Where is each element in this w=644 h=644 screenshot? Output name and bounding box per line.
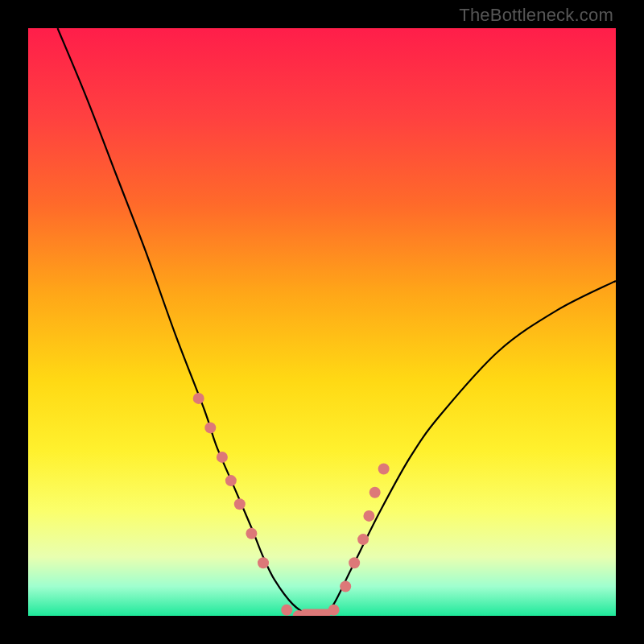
marker-point [246, 528, 257, 539]
highlight-markers [193, 393, 390, 616]
plot-area [28, 28, 616, 616]
marker-point [225, 475, 237, 486]
marker-point [349, 557, 360, 568]
marker-point [234, 498, 246, 510]
watermark-text: TheBottleneck.com [459, 5, 613, 26]
marker-point [363, 510, 374, 522]
marker-point [258, 557, 269, 568]
marker-point [340, 581, 351, 592]
bottleneck-curve [58, 28, 617, 616]
marker-point [281, 605, 292, 616]
marker-point [378, 464, 390, 475]
marker-point [357, 534, 369, 545]
curve-layer [28, 28, 616, 616]
marker-point [328, 605, 340, 616]
marker-point [217, 452, 228, 463]
chart-container: TheBottleneck.com [0, 0, 644, 644]
marker-point [204, 422, 216, 433]
marker-point [369, 487, 381, 498]
marker-point [193, 393, 204, 404]
